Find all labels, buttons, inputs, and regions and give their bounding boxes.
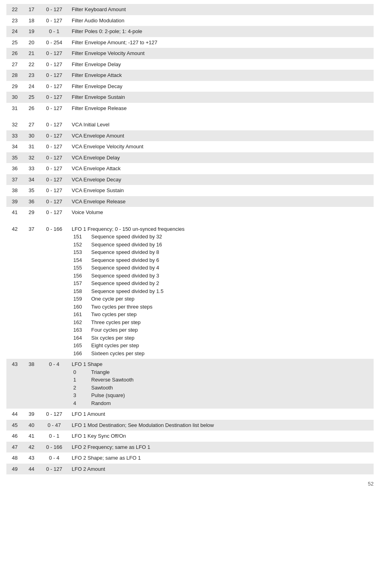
cc-number: 34 xyxy=(23,174,40,185)
param-number: 30 xyxy=(6,92,23,103)
value-range: 0 - 166 xyxy=(40,224,69,359)
value-range: 0 - 254 xyxy=(40,37,69,48)
param-number: 28 xyxy=(6,70,23,81)
param-number: 49 xyxy=(6,464,23,475)
cc-number: 17 xyxy=(23,4,40,15)
table-row: 43380 - 4LFO 1 Shape0 Triangle1 Reverse … xyxy=(6,359,374,409)
value-range: 0 - 166 xyxy=(40,442,69,453)
param-number: 36 xyxy=(6,163,23,174)
param-number: 47 xyxy=(6,442,23,453)
param-number: 24 xyxy=(6,26,23,37)
param-description: VCA Envelope Decay xyxy=(69,174,374,185)
value-range: 0 - 127 xyxy=(40,81,69,92)
table-row: 48430 - 4LFO 2 Shape; same as LFO 1 xyxy=(6,452,374,464)
param-number: 23 xyxy=(6,15,23,26)
param-number: 42 xyxy=(6,224,23,359)
param-number: 22 xyxy=(6,4,23,15)
param-description: VCA Envelope Delay xyxy=(69,152,374,163)
cc-number: 32 xyxy=(23,152,40,163)
param-number: 31 xyxy=(6,103,23,114)
cc-number: 31 xyxy=(23,141,40,152)
value-range: 0 - 4 xyxy=(40,359,69,409)
table-row: 25200 - 254Filter Envelope Amount; -127 … xyxy=(6,37,374,48)
param-description: LFO 2 Amount xyxy=(69,464,374,475)
param-description: VCA Envelope Attack xyxy=(69,163,374,174)
cc-number: 43 xyxy=(23,452,40,464)
spacer-row xyxy=(6,218,374,224)
param-number: 46 xyxy=(6,431,23,442)
value-range: 0 - 127 xyxy=(40,130,69,142)
table-row: 28230 - 127Filter Envelope Attack xyxy=(6,70,374,81)
spacer-row xyxy=(6,114,374,119)
param-description: Filter Poles 0: 2-pole; 1: 4-pole xyxy=(69,26,374,37)
param-number: 26 xyxy=(6,48,23,59)
table-row: 36330 - 127VCA Envelope Attack xyxy=(6,163,374,174)
value-range: 0 - 1 xyxy=(40,431,69,442)
param-description: LFO 2 Frequency; same as LFO 1 xyxy=(69,442,374,453)
param-number: 45 xyxy=(6,420,23,431)
param-description: VCA Envelope Release xyxy=(69,196,374,207)
param-description: LFO 1 Shape0 Triangle1 Reverse Sawtooth2… xyxy=(69,359,374,409)
value-range: 0 - 127 xyxy=(40,119,69,130)
value-range: 0 - 127 xyxy=(40,207,69,218)
table-row: 32270 - 127VCA Initial Level xyxy=(6,119,374,130)
value-range: 0 - 127 xyxy=(40,103,69,114)
table-row: 29240 - 127Filter Envelope Decay xyxy=(6,81,374,92)
param-description: VCA Initial Level xyxy=(69,119,374,130)
param-number: 43 xyxy=(6,359,23,409)
param-description: VCA Envelope Sustain xyxy=(69,185,374,196)
param-number: 29 xyxy=(6,81,23,92)
param-number: 27 xyxy=(6,59,23,70)
table-row: 45400 - 47LFO 1 Mod Destination; See Mod… xyxy=(6,420,374,431)
param-number: 32 xyxy=(6,119,23,130)
table-row: 42370 - 166LFO 1 Frequency; 0 - 150 un-s… xyxy=(6,224,374,359)
param-number: 33 xyxy=(6,130,23,142)
cc-number: 35 xyxy=(23,185,40,196)
cc-number: 30 xyxy=(23,130,40,142)
table-row: 23180 - 127Filter Audio Modulation xyxy=(6,15,374,26)
param-number: 41 xyxy=(6,207,23,218)
main-table: 22170 - 127Filter Keyboard Amount23180 -… xyxy=(6,4,374,474)
table-row: 41290 - 127Voice Volume xyxy=(6,207,374,218)
param-description: LFO 1 Amount xyxy=(69,409,374,420)
value-range: 0 - 4 xyxy=(40,452,69,464)
cc-number: 29 xyxy=(23,207,40,218)
param-number: 25 xyxy=(6,37,23,48)
cc-number: 36 xyxy=(23,196,40,207)
table-row: 49440 - 127LFO 2 Amount xyxy=(6,464,374,475)
value-range: 0 - 127 xyxy=(40,174,69,185)
table-row: 24190 - 1Filter Poles 0: 2-pole; 1: 4-po… xyxy=(6,26,374,37)
cc-number: 20 xyxy=(23,37,40,48)
cc-number: 21 xyxy=(23,48,40,59)
cc-number: 39 xyxy=(23,409,40,420)
param-description: LFO 1 Key Sync Off/On xyxy=(69,431,374,442)
param-description: LFO 1 Mod Destination; See Modulation De… xyxy=(69,420,374,431)
table-row: 46410 - 1LFO 1 Key Sync Off/On xyxy=(6,431,374,442)
cc-number: 18 xyxy=(23,15,40,26)
param-description: Filter Envelope Attack xyxy=(69,70,374,81)
value-range: 0 - 127 xyxy=(40,59,69,70)
value-range: 0 - 127 xyxy=(40,409,69,420)
param-description: LFO 2 Shape; same as LFO 1 xyxy=(69,452,374,464)
table-row: 38350 - 127VCA Envelope Sustain xyxy=(6,185,374,196)
param-description: Filter Envelope Sustain xyxy=(69,92,374,103)
value-range: 0 - 127 xyxy=(40,48,69,59)
param-number: 44 xyxy=(6,409,23,420)
value-range: 0 - 127 xyxy=(40,464,69,475)
cc-number: 25 xyxy=(23,92,40,103)
param-description: Filter Envelope Decay xyxy=(69,81,374,92)
value-range: 0 - 127 xyxy=(40,185,69,196)
param-number: 35 xyxy=(6,152,23,163)
table-row: 22170 - 127Filter Keyboard Amount xyxy=(6,4,374,15)
table-row: 26210 - 127Filter Envelope Velocity Amou… xyxy=(6,48,374,59)
value-range: 0 - 127 xyxy=(40,4,69,15)
cc-number: 38 xyxy=(23,359,40,409)
param-number: 38 xyxy=(6,185,23,196)
param-description: Voice Volume xyxy=(69,207,374,218)
param-description: Filter Audio Modulation xyxy=(69,15,374,26)
param-number: 39 xyxy=(6,196,23,207)
param-number: 48 xyxy=(6,452,23,464)
table-row: 39360 - 127VCA Envelope Release xyxy=(6,196,374,207)
cc-number: 23 xyxy=(23,70,40,81)
table-row: 27220 - 127Filter Envelope Delay xyxy=(6,59,374,70)
